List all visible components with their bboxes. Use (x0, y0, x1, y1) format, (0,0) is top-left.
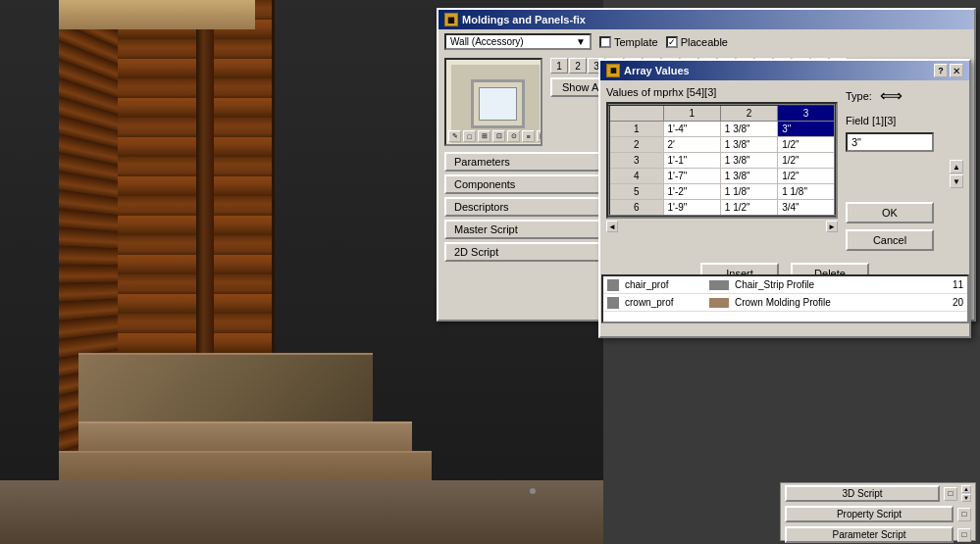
preview-tool-4[interactable]: ⊡ (492, 130, 505, 142)
table-cell-col2[interactable]: 1 3/8" (720, 169, 777, 184)
type-icons: ⟺ (880, 86, 903, 105)
table-cell-col3[interactable]: 3" (778, 122, 835, 137)
template-label: Template (614, 36, 658, 48)
main-panel-title: Moldings and Panels-fix (462, 14, 968, 25)
cancel-button[interactable]: Cancel (846, 229, 934, 251)
arrow-up-1[interactable]: ▲ (961, 485, 971, 493)
preview-tool-7[interactable]: ▤ (537, 130, 542, 142)
script-property-row: Property Script □ (781, 504, 975, 524)
table-row[interactable]: 61'-9"1 1/2"3/4" (609, 200, 835, 217)
script-parameter-button[interactable]: Parameter Script (785, 526, 954, 543)
dot-marker (530, 488, 536, 494)
values-label: Values of mprhx [54][3] (606, 86, 838, 98)
script-property-side[interactable]: □ (957, 508, 971, 521)
list-row-2[interactable]: crown_prof Crown Molding Profile 20 (603, 294, 967, 312)
preview-tool-2[interactable]: □ (463, 130, 476, 142)
dialog-body: Values of mprhx [54][3] 1 2 3 11'-4"1 3/… (600, 80, 969, 257)
script-property-button[interactable]: Property Script (785, 506, 954, 522)
list-graph-2 (709, 298, 729, 308)
type-label: Type: (846, 90, 872, 102)
table-row-num: 1 (609, 122, 663, 137)
dialog-titlebar: ▦ Array Values ? ✕ (600, 61, 969, 80)
scroll-right[interactable]: ► (826, 221, 838, 232)
dialog-title-text: Array Values (624, 65, 930, 76)
dialog-close-button[interactable]: ✕ (950, 64, 963, 77)
table-cell-col2[interactable]: 1 1/2" (720, 200, 777, 217)
col-header-2: 2 (720, 105, 777, 122)
right-panel: Type: ⟺ Field [1][3] ▲ ▼ OK Cancel (846, 86, 963, 251)
type-row: Type: ⟺ (846, 86, 963, 105)
field-scroll-down[interactable]: ▼ (950, 174, 963, 188)
table-cell-col1[interactable]: 1'-2" (663, 184, 720, 200)
template-checkbox-label: Template (599, 36, 658, 48)
wall-dropdown-arrow[interactable]: ▼ (576, 36, 586, 47)
number-tab-2[interactable]: 2 (569, 58, 587, 74)
main-panel-titlebar: ▦ Moldings and Panels-fix (438, 10, 974, 29)
list-icon-1 (607, 279, 619, 291)
dialog-help-button[interactable]: ? (934, 64, 948, 77)
table-cell-col2[interactable]: 1 3/8" (720, 137, 777, 153)
table-cell-col2[interactable]: 1 3/8" (720, 122, 777, 137)
preview-window (471, 79, 525, 128)
table-cell-col3[interactable]: 1/2" (778, 169, 835, 184)
table-cell-col2[interactable]: 1 1/8" (720, 184, 777, 200)
panel-top-row: Wall (Accessory) ▼ Template ✓ Placeable (438, 29, 974, 54)
preview-tool-3[interactable]: ⊞ (478, 130, 490, 142)
table-wrapper: 1 2 3 11'-4"1 3/8"3"22'1 3/8"1/2"31'-1"1… (606, 102, 838, 219)
table-row[interactable]: 41'-7"1 3/8"1/2" (609, 169, 835, 184)
field-input[interactable] (846, 132, 934, 152)
placeable-checkbox[interactable]: ✓ (666, 36, 678, 48)
ok-button[interactable]: OK (846, 202, 934, 223)
table-cell-col1[interactable]: 1'-9" (663, 200, 720, 217)
col-header-1: 1 (663, 105, 720, 122)
table-row[interactable]: 51'-2"1 1/8"1 1/8" (609, 184, 835, 200)
table-row-num: 2 (609, 137, 663, 153)
table-row-num: 6 (609, 200, 663, 217)
table-cell-col1[interactable]: 1'-4" (663, 122, 720, 137)
table-cell-col3[interactable]: 3/4" (778, 200, 835, 217)
table-cell-col2[interactable]: 1 3/8" (720, 153, 777, 169)
scroll-left[interactable]: ◄ (606, 221, 618, 232)
col-header-3: 3 (778, 105, 835, 122)
preview-toolbar: ✎ □ ⊞ ⊡ ⊙ ≡ ▤ (448, 130, 542, 142)
script-3d-side[interactable]: □ (944, 487, 957, 501)
script-3d-arrows: ▲ ▼ (961, 485, 971, 502)
table-cell-col1[interactable]: 1'-7" (663, 169, 720, 184)
type-arrow-left[interactable]: ⟺ (880, 86, 903, 105)
table-cell-col3[interactable]: 1 1/8" (778, 184, 835, 200)
number-tab-1[interactable]: 1 (550, 58, 568, 74)
placeable-label: Placeable (681, 36, 728, 48)
table-scroll-controls: ◄ ► (606, 221, 838, 232)
field-scroll-up[interactable]: ▲ (950, 160, 963, 173)
table-cell-col3[interactable]: 1/2" (778, 137, 835, 153)
list-row-1[interactable]: chair_prof Chair_Strip Profile 11 (603, 276, 967, 294)
field-label: Field [1][3] (846, 115, 963, 126)
table-row[interactable]: 31'-1"1 3/8"1/2" (609, 153, 835, 169)
arrow-down-1[interactable]: ▼ (961, 494, 971, 502)
table-row[interactable]: 22'1 3/8"1/2" (609, 137, 835, 153)
preview-tool-5[interactable]: ⊙ (507, 130, 520, 142)
script-parameter-side[interactable]: □ (957, 528, 971, 542)
preview-window-inner (479, 87, 517, 121)
list-num-2: 20 (939, 297, 963, 308)
list-fullname-2: Crown Molding Profile (735, 297, 933, 308)
preview-image: ✎ □ ⊞ ⊡ ⊙ ≡ ▤ (444, 58, 542, 146)
preview-tool-6[interactable]: ≡ (522, 130, 535, 142)
list-icon-2 (607, 297, 619, 309)
table-cell-col3[interactable]: 1/2" (778, 153, 835, 169)
table-cell-col1[interactable]: 1'-1" (663, 153, 720, 169)
script-parameter-row: Parameter Script □ (781, 524, 975, 544)
list-name-2: crown_prof (625, 297, 703, 308)
preview-tool-1[interactable]: ✎ (448, 130, 461, 142)
table-cell-col1[interactable]: 2' (663, 137, 720, 153)
table-row-num: 5 (609, 184, 663, 200)
wall-dropdown[interactable]: Wall (Accessory) ▼ (444, 33, 592, 50)
table-row[interactable]: 11'-4"1 3/8"3" (609, 122, 835, 137)
script-3d-button[interactable]: 3D Script (785, 485, 940, 502)
wall-dropdown-value: Wall (Accessory) (450, 36, 524, 47)
main-panel-icon: ▦ (444, 13, 458, 26)
table-row-num: 3 (609, 153, 663, 169)
dialog-title-buttons: ? ✕ (934, 64, 963, 77)
table-section: Values of mprhx [54][3] 1 2 3 11'-4"1 3/… (606, 86, 838, 251)
template-checkbox[interactable] (599, 36, 611, 48)
